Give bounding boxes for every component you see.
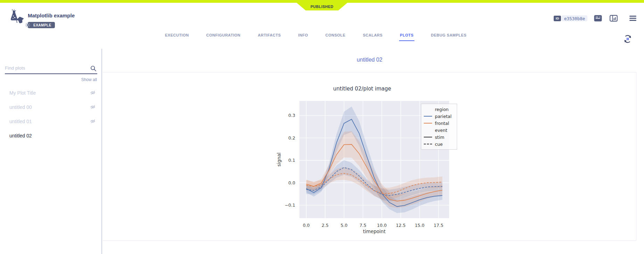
id-badge: ID — [554, 16, 561, 21]
plot-list-item-untitled-00[interactable]: untitled 00 — [0, 100, 101, 114]
plot-list-item-untitled-01[interactable]: untitled 01 — [0, 114, 101, 129]
legend-entry-frontal: frontal — [424, 120, 455, 127]
app-logo[interactable] — [6, 9, 24, 26]
menu-icon[interactable] — [629, 15, 637, 22]
top-accent-bar — [0, 0, 644, 3]
experiment-title: Matplotlib example — [28, 13, 75, 18]
example-tag-label: EXAMPLE — [33, 23, 51, 27]
show-all-link[interactable]: Show all — [0, 77, 97, 82]
tab-info[interactable]: INFO — [298, 33, 309, 41]
tab-plots[interactable]: PLOTS — [399, 33, 414, 41]
legend-label: parietal — [435, 114, 452, 119]
eye-off-icon[interactable] — [90, 90, 96, 96]
plot-item-label: My Plot Title — [9, 90, 36, 96]
y-tick-label: 0.0 — [288, 180, 295, 185]
auto-refresh-pause-icon[interactable] — [622, 34, 633, 44]
x-tick-label: 2.5 — [322, 223, 329, 228]
tab-console[interactable]: CONSOLE — [325, 33, 346, 41]
x-tick-label: 7.5 — [360, 223, 366, 228]
tab-bar: EXECUTIONCONFIGURATIONARTIFACTSINFOCONSO… — [164, 33, 467, 41]
flask-cap-logo-icon — [6, 9, 24, 25]
eye-off-icon[interactable] — [90, 105, 96, 111]
legend-entry-parietal: parietal — [424, 113, 455, 120]
chart-legend: regionparietalfrontaleventstimcue — [421, 104, 457, 150]
x-tick-label: 10.0 — [377, 223, 387, 228]
plot-search — [5, 64, 97, 74]
legend-line-swatch — [424, 137, 432, 137]
tab-execution[interactable]: EXECUTION — [164, 33, 190, 41]
plot-list-item-untitled-02[interactable]: untitled 02 — [0, 129, 101, 143]
y-tick-label: 0.3 — [288, 113, 295, 118]
x-tick-label: 15.0 — [415, 223, 424, 228]
plots-sidebar: Show all My Plot Titleuntitled 00untitle… — [0, 49, 102, 254]
plot-item-label: untitled 01 — [9, 119, 32, 124]
legend-entry-stim: stim — [424, 134, 455, 141]
legend-label: stim — [435, 135, 444, 140]
legend-label: event — [435, 128, 447, 133]
legend-line-swatch — [424, 116, 432, 117]
tab-scalars[interactable]: SCALARS — [362, 33, 383, 41]
header-actions: ID e3530b8e — [554, 15, 637, 22]
legend-entry-region: region — [424, 106, 455, 113]
x-tick-label: 0.0 — [303, 223, 310, 228]
gear-icon — [25, 23, 30, 27]
y-tick-label: 0.1 — [288, 158, 295, 163]
x-tick-label: 17.5 — [434, 223, 444, 228]
tab-artifacts[interactable]: ARTIFACTS — [257, 33, 281, 41]
eye-off-icon[interactable] — [90, 119, 96, 125]
experiment-id-value[interactable]: e3530b8e — [562, 15, 587, 21]
x-axis-label: timepoint — [363, 229, 386, 234]
legend-entry-cue: cue — [424, 141, 455, 148]
tab-configuration[interactable]: CONFIGURATION — [206, 33, 241, 41]
plot-section-title: untitled 02 — [103, 57, 636, 63]
example-tag-badge[interactable]: EXAMPLE — [28, 22, 55, 28]
plot-item-label: untitled 02 — [9, 133, 32, 138]
plot-list-item-my-plot-title[interactable]: My Plot Title — [0, 86, 101, 100]
search-input[interactable] — [5, 64, 97, 74]
legend-line-swatch — [424, 144, 432, 144]
legend-entry-event: event — [424, 127, 455, 134]
search-icon[interactable] — [90, 65, 97, 72]
y-tick-label: −0.1 — [285, 203, 295, 208]
legend-label: cue — [435, 142, 443, 147]
y-axis-label: signal — [276, 153, 282, 167]
status-ribbon-label: PUBLISHED — [311, 5, 333, 9]
plot-item-label: untitled 00 — [9, 104, 32, 110]
legend-line-swatch — [424, 123, 432, 124]
x-tick-label: 5.0 — [340, 223, 347, 228]
plot-list: My Plot Titleuntitled 00untitled 01untit… — [0, 86, 101, 143]
status-ribbon: PUBLISHED — [297, 3, 347, 10]
console-icon[interactable] — [594, 15, 602, 22]
legend-label: frontal — [435, 121, 449, 126]
tab-debug-samples[interactable]: DEBUG SAMPLES — [430, 33, 467, 41]
legend-label: region — [435, 107, 449, 112]
x-tick-label: 12.5 — [396, 223, 406, 228]
panel-chart-icon[interactable] — [610, 15, 618, 22]
y-tick-label: 0.2 — [288, 135, 295, 141]
